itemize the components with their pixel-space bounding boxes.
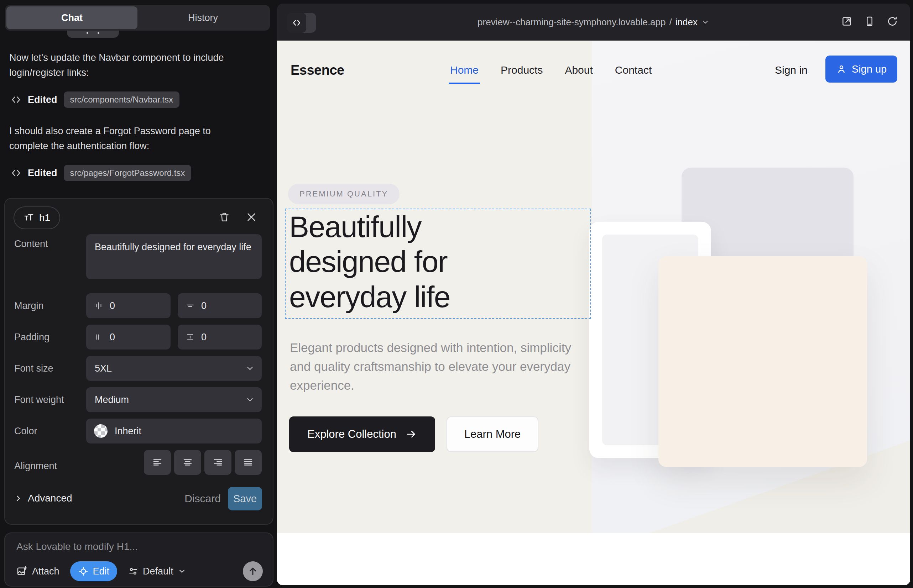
attach-image-icon bbox=[16, 565, 28, 577]
discard-button[interactable]: Discard bbox=[183, 493, 222, 505]
model-label: Default bbox=[143, 566, 173, 577]
margin-horizontal-icon bbox=[94, 301, 103, 310]
font-size-value: 5XL bbox=[95, 363, 112, 374]
color-select[interactable]: Inherit bbox=[86, 418, 262, 444]
align-left-button[interactable] bbox=[144, 450, 171, 475]
composer-toolbar: Attach Edit Default bbox=[16, 561, 263, 582]
nav-link-home[interactable]: Home bbox=[450, 64, 479, 76]
url-bar[interactable]: preview--charming-site-symphony.lovable.… bbox=[478, 17, 710, 28]
edited-file-row[interactable]: Edited src/components/Navbar.tsx bbox=[11, 91, 180, 108]
tab-history[interactable]: History bbox=[138, 6, 269, 29]
font-size-select[interactable]: 5XL bbox=[86, 356, 262, 381]
selected-element-chip[interactable]: h1 bbox=[13, 207, 60, 229]
edit-mode-button[interactable]: Edit bbox=[70, 561, 118, 581]
type-icon bbox=[24, 213, 34, 223]
align-right-button[interactable] bbox=[204, 450, 231, 475]
margin-x-value: 0 bbox=[110, 300, 115, 312]
advanced-toggle[interactable]: Advanced bbox=[14, 493, 72, 504]
chevron-down-icon bbox=[245, 395, 254, 404]
chevron-down-icon bbox=[178, 567, 186, 575]
arrow-right-icon bbox=[406, 428, 417, 440]
delete-element-button[interactable] bbox=[219, 212, 230, 223]
chevron-down-icon bbox=[701, 18, 710, 26]
font-weight-label: Font weight bbox=[14, 394, 64, 405]
align-justify-button[interactable] bbox=[235, 450, 262, 475]
chat-sidebar: Chat History Now let's update the Navbar… bbox=[0, 0, 278, 588]
attach-button[interactable]: Attach bbox=[16, 565, 60, 577]
margin-x-input[interactable]: 0 bbox=[86, 293, 170, 318]
font-size-label: Font size bbox=[14, 363, 53, 374]
send-button[interactable] bbox=[243, 561, 263, 581]
alignment-label: Alignment bbox=[14, 460, 57, 472]
chat-composer[interactable]: Ask Lovable to modify H1... Attach Edit … bbox=[4, 533, 274, 586]
browser-topbar: preview--charming-site-symphony.lovable.… bbox=[277, 3, 910, 40]
content-label: Content bbox=[14, 239, 48, 249]
assistant-message: Now let's update the Navbar component to… bbox=[9, 50, 237, 81]
file-chip[interactable]: src/pages/ForgotPassword.tsx bbox=[64, 165, 191, 181]
margin-label: Margin bbox=[14, 300, 44, 312]
content-input[interactable]: Beautifully designed for everyday life bbox=[86, 234, 262, 279]
refresh-icon[interactable] bbox=[887, 16, 898, 27]
margin-y-input[interactable]: 0 bbox=[178, 293, 262, 318]
mobile-view-icon[interactable] bbox=[864, 16, 875, 27]
site-preview: Essence Home Products About Contact Sign… bbox=[277, 40, 910, 585]
edited-file-row[interactable]: Edited src/pages/ForgotPassword.tsx bbox=[11, 165, 191, 181]
learn-more-button[interactable]: Learn More bbox=[447, 417, 538, 452]
url-domain: preview--charming-site-symphony.lovable.… bbox=[478, 17, 665, 28]
padding-label: Padding bbox=[14, 332, 50, 343]
nav-link-products[interactable]: Products bbox=[501, 64, 543, 76]
open-external-icon[interactable] bbox=[841, 16, 853, 27]
code-icon bbox=[287, 13, 306, 33]
sign-up-button[interactable]: Sign up bbox=[826, 55, 897, 82]
file-chip[interactable]: src/components/Navbar.tsx bbox=[64, 92, 180, 108]
font-weight-select[interactable]: Medium bbox=[86, 387, 262, 412]
sliders-icon bbox=[128, 566, 139, 577]
app-window: Chat History Now let's update the Navbar… bbox=[0, 0, 913, 588]
padding-y-input[interactable]: 0 bbox=[178, 325, 262, 349]
close-panel-button[interactable] bbox=[246, 212, 257, 223]
hero-headline[interactable]: Beautifully designed for everyday life bbox=[289, 209, 521, 314]
sign-up-label: Sign up bbox=[852, 63, 887, 75]
sidebar-tabbar: Chat History bbox=[5, 5, 270, 31]
padding-vertical-icon bbox=[186, 333, 195, 342]
truncated-chip bbox=[67, 31, 119, 38]
h1-selection-outline[interactable]: Beautifully designed for everyday life bbox=[285, 208, 591, 319]
code-preview-toggle[interactable] bbox=[287, 13, 316, 33]
url-page: index bbox=[675, 17, 698, 28]
browser-actions bbox=[841, 16, 898, 27]
font-weight-value: Medium bbox=[95, 394, 129, 405]
chevron-down-icon bbox=[245, 364, 254, 373]
url-separator: / bbox=[669, 17, 672, 28]
nav-link-about[interactable]: About bbox=[565, 64, 592, 76]
element-editor-panel: h1 Content Beautifully designed for ever… bbox=[4, 198, 274, 525]
selected-element-tag: h1 bbox=[39, 212, 50, 223]
explore-collection-label: Explore Collection bbox=[307, 428, 396, 441]
padding-x-input[interactable]: 0 bbox=[86, 325, 170, 349]
section-below-hero bbox=[277, 533, 910, 585]
edit-label: Edit bbox=[93, 566, 110, 577]
assistant-message: I should also create a Forgot Password p… bbox=[9, 124, 237, 154]
preview-browser: preview--charming-site-symphony.lovable.… bbox=[277, 3, 910, 585]
align-center-button[interactable] bbox=[174, 450, 201, 475]
composer-placeholder[interactable]: Ask Lovable to modify H1... bbox=[16, 541, 138, 552]
edited-label: Edited bbox=[28, 168, 57, 179]
edited-label: Edited bbox=[28, 94, 57, 105]
margin-y-value: 0 bbox=[201, 300, 207, 312]
chevron-right-icon bbox=[14, 494, 22, 502]
sign-in-link[interactable]: Sign in bbox=[775, 64, 808, 76]
padding-y-value: 0 bbox=[201, 332, 207, 343]
user-icon bbox=[836, 64, 847, 74]
color-swatch-icon bbox=[94, 424, 108, 438]
site-logo[interactable]: Essence bbox=[291, 63, 344, 78]
site-nav: Home Products About Contact bbox=[450, 64, 652, 76]
model-selector[interactable]: Default bbox=[128, 566, 186, 577]
margin-vertical-icon bbox=[186, 301, 195, 310]
decorative-card-cream bbox=[659, 256, 867, 467]
save-button[interactable]: Save bbox=[228, 487, 262, 510]
target-icon bbox=[78, 566, 89, 577]
tab-chat[interactable]: Chat bbox=[6, 6, 138, 29]
hero-description: Elegant products designed with intention… bbox=[290, 338, 575, 395]
padding-x-value: 0 bbox=[110, 332, 115, 343]
nav-link-contact[interactable]: Contact bbox=[615, 64, 652, 76]
explore-collection-button[interactable]: Explore Collection bbox=[289, 417, 435, 452]
